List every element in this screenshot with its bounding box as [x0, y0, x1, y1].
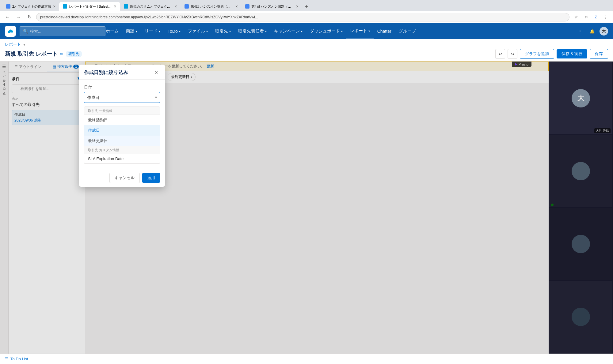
tab-icon-4 [185, 4, 189, 9]
tab-close-2[interactable]: × [114, 4, 116, 9]
tab-label-4: 第4回 ハンズオン課題（オブジェク... [191, 4, 234, 9]
nav-contacts[interactable]: 取引先責任者▾ [234, 23, 270, 39]
nav-todo-chevron: ▾ [179, 30, 181, 33]
nav-leads[interactable]: リード▾ [141, 23, 164, 39]
nav-campaigns-chevron: ▾ [301, 30, 303, 33]
new-tab-button[interactable]: + [302, 2, 311, 11]
forward-button[interactable]: → [14, 13, 23, 21]
tabs-bar: 2オブジェクトの作成方法 × レポートビルダー | Salesforce × 新… [0, 0, 613, 11]
global-search[interactable]: 🔍 [20, 26, 105, 36]
tab-label-2: レポートビルダー | Salesforce [69, 4, 112, 9]
group-label-2: 取引先 カスタム情報 [85, 146, 160, 154]
nav-dashboards[interactable]: ダッシュボード▾ [306, 23, 346, 39]
nav-todo[interactable]: ToDo▾ [164, 23, 184, 39]
option-last-modified[interactable]: 最終更新日 [85, 136, 160, 146]
extension-icon-1[interactable]: ⚙ [582, 13, 590, 21]
modal-overlay: 作成日別に絞り込み × 日付 作成日 ▾ 取引先 一般情報 最終活動日 [85, 62, 549, 354]
dropdown-list: 取引先 一般情報 最終活動日 作成日 最終更新日 取引先 カスタム情報 SLA … [85, 107, 160, 164]
redo-button[interactable]: ↪ [508, 49, 517, 59]
nav-files[interactable]: ファイル▾ [184, 23, 211, 39]
tab-list: 2オブジェクトの作成方法 × レポートビルダー | Salesforce × 新… [2, 0, 611, 11]
option-created-date[interactable]: 作成日 [85, 125, 160, 136]
date-select[interactable]: 作成日 [85, 92, 160, 103]
todo-list-icon: ☰ [5, 357, 9, 361]
address-bar[interactable]: praztoinc-f-dev-ed.develop.lightning.for… [36, 13, 569, 21]
modal-header: 作成日別に絞り込み × [85, 65, 165, 80]
extension-icon-2[interactable]: Z [592, 13, 600, 21]
browser-chrome: 2オブジェクトの作成方法 × レポートビルダー | Salesforce × 新… [0, 0, 613, 23]
breadcrumb-reports[interactable]: レポート [5, 42, 21, 47]
nav-icon-group: ☆ ⚙ Z ⋮ [572, 13, 610, 21]
nav-dashboards-chevron: ▾ [341, 30, 343, 33]
todo-list-label: To Do List [10, 357, 28, 361]
salesforce-logo[interactable] [5, 26, 16, 37]
modal-title: 作成日別に絞り込み [85, 69, 128, 76]
tag-badge: 取引先 [66, 51, 82, 57]
tab-close-1[interactable]: × [53, 4, 55, 9]
nav-leads-chevron: ▾ [159, 30, 160, 33]
grid-apps-icon[interactable]: ⋮ [575, 26, 585, 36]
tab-close-3[interactable]: × [175, 4, 177, 9]
tab-close-5[interactable]: × [296, 4, 299, 9]
nav-chatter[interactable]: Chatter [374, 23, 395, 39]
main-area: ▶ Prazto 大 大竹 洋絵 ☰ アウトライン [0, 62, 613, 354]
save-run-button[interactable]: 保存 & 実行 [557, 49, 587, 58]
nav-home[interactable]: ホーム [102, 23, 122, 39]
back-button[interactable]: ← [3, 13, 12, 21]
breadcrumb-separator: ▾ [23, 42, 25, 47]
cancel-button[interactable]: キャンセル [109, 173, 140, 183]
date-field-label: 日付 [85, 84, 160, 90]
browser-nav: ← → ↻ praztoinc-f-dev-ed.develop.lightni… [0, 11, 613, 23]
tab-icon-1 [6, 4, 10, 9]
user-avatar[interactable]: 大 [600, 27, 608, 36]
page-title: 新規 取引先 レポート [5, 50, 58, 58]
nav-reports-chevron: ▾ [368, 29, 370, 33]
salesforce-app: 🔍 ホーム 商談▾ リード▾ ToDo▾ ファイル▾ 取引先▾ 取引先責任者▾ … [0, 23, 613, 364]
nav-files-chevron: ▾ [206, 30, 208, 33]
nav-deals[interactable]: 商談▾ [122, 23, 141, 39]
bell-icon[interactable]: 🔔 [587, 26, 597, 36]
search-input[interactable] [30, 29, 91, 34]
tab-4[interactable]: 第4回 ハンズオン課題（オブジェク... × [181, 2, 242, 11]
edit-icon[interactable]: ✏ [60, 52, 63, 56]
option-last-activity[interactable]: 最終活動日 [85, 115, 160, 125]
nav-groups[interactable]: グループ [395, 23, 420, 39]
save-button[interactable]: 保存 [590, 49, 608, 59]
group-label-1: 取引先 一般情報 [85, 107, 160, 115]
modal-footer: キャンセル 適用 [85, 169, 165, 187]
nav-accounts[interactable]: 取引先▾ [211, 23, 234, 39]
tab-2[interactable]: レポートビルダー | Salesforce × [59, 2, 120, 11]
nav-items: ホーム 商談▾ リード▾ ToDo▾ ファイル▾ 取引先▾ 取引先責任者▾ キャ… [102, 23, 571, 39]
undo-button[interactable]: ↩ [495, 49, 505, 59]
main-content: ⚠ 最新の組集内容を表示するには、プレビューを更新してください。 更新 都道府県… [85, 62, 549, 354]
tab-label-1: 2オブジェクトの作成方法 [12, 4, 51, 9]
option-sla-expiration[interactable]: SLA Expiration Date [85, 154, 160, 163]
address-text: praztoinc-f-dev-ed.develop.lightning.for… [40, 15, 258, 19]
tab-5[interactable]: 第4回 ハンズオン課題（カスタム... × [242, 2, 302, 11]
date-select-container: 作成日 ▾ [85, 92, 160, 103]
svg-point-2 [11, 31, 13, 33]
top-navigation: 🔍 ホーム 商談▾ リード▾ ToDo▾ ファイル▾ 取引先▾ 取引先責任者▾ … [0, 23, 613, 39]
nav-accounts-chevron: ▾ [229, 30, 231, 33]
tab-3[interactable]: 新規カスタムオブジェクト | Salesforce × [120, 2, 181, 11]
apply-button[interactable]: 適用 [142, 173, 160, 183]
bottom-bar[interactable]: ☰ To Do List [0, 354, 613, 364]
topnav-right: ⋮ 🔔 大 [575, 26, 608, 36]
tab-close-4[interactable]: × [235, 4, 238, 9]
sub-header: レポート ▾ 新規 取引先 レポート ✏ 取引先 ↩ ↪ グラフを追加 保存 &… [0, 39, 613, 62]
modal-close-button[interactable]: × [153, 69, 160, 76]
bookmark-icon[interactable]: ☆ [572, 13, 581, 21]
tab-icon-5 [245, 4, 249, 9]
tab-label-5: 第4回 ハンズオン課題（カスタム... [251, 4, 294, 9]
modal-body: 日付 作成日 ▾ 取引先 一般情報 最終活動日 作成日 最終更新日 取引先 カス… [85, 80, 165, 169]
add-graph-button[interactable]: グラフを追加 [520, 49, 554, 59]
reload-button[interactable]: ↻ [25, 13, 34, 21]
extension-icon-3[interactable]: ⋮ [601, 13, 610, 21]
search-icon: 🔍 [23, 29, 28, 34]
tab-1[interactable]: 2オブジェクトの作成方法 × [2, 2, 59, 11]
nav-contacts-chevron: ▾ [265, 30, 267, 33]
nav-campaigns[interactable]: キャンペーン▾ [270, 23, 306, 39]
nav-reports[interactable]: レポート▾ [346, 23, 374, 39]
tab-icon-3 [124, 4, 128, 9]
filter-modal: 作成日別に絞り込み × 日付 作成日 ▾ 取引先 一般情報 最終活動日 [85, 65, 165, 187]
